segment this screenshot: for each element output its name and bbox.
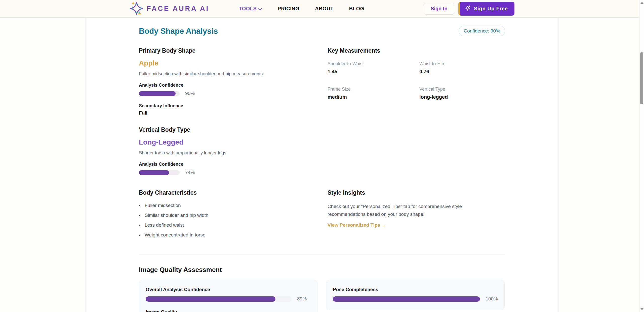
progress-fill [139, 91, 176, 96]
confidence-badge: Confidence: 90% [459, 26, 505, 36]
progress-track [139, 91, 180, 96]
primary-shape-value: Apple [139, 59, 316, 67]
secondary-influence-label: Secondary Influence [139, 103, 316, 109]
measurement-cell: Waist-to-Hip 0.76 [419, 61, 505, 75]
results-panel: Body Shape Analysis Confidence: 90% Prim… [86, 18, 558, 312]
body-characteristics-heading: Body Characteristics [139, 189, 316, 196]
measurement-value: 0.76 [419, 69, 505, 75]
measurement-label: Vertical Type [419, 87, 505, 92]
vertical-type-description: Shorter torso with proportionally longer… [139, 150, 316, 156]
primary-body-shape-section: Primary Body Shape Apple Fuller midsecti… [139, 47, 316, 175]
vertical-type-value: Long-Legged [139, 138, 316, 146]
body-characteristics-section: Body Characteristics •Fuller midsection … [139, 189, 316, 242]
measurement-value: long-legged [419, 94, 505, 100]
bullet-icon: • [139, 203, 140, 208]
progress-fill [139, 170, 169, 175]
page-title: Body Shape Analysis [139, 27, 218, 36]
primary-confidence-bar: 90% [139, 91, 316, 96]
characteristic-item: •Fuller midsection [139, 203, 316, 208]
measurement-value: 1.45 [328, 69, 419, 75]
vertical-type-heading: Vertical Body Type [139, 126, 316, 133]
progress-fill [146, 296, 275, 302]
characteristic-item: •Less defined waist [139, 222, 316, 228]
section-divider [139, 255, 505, 255]
progress-track [139, 170, 180, 175]
brand-logo[interactable]: FACE AURA AI [130, 1, 209, 16]
metric-block: Overall Analysis Confidence 89% [146, 287, 311, 302]
progress-track [333, 296, 480, 302]
primary-shape-description: Fuller midsection with similar shoulder … [139, 71, 316, 77]
style-insights-section: Style Insights Check out your "Personali… [328, 189, 505, 242]
primary-shape-heading: Primary Body Shape [139, 47, 316, 54]
measurement-value: medium [328, 94, 419, 100]
chevron-down-icon [258, 6, 262, 12]
progress-percent: 89% [297, 296, 307, 302]
progress-percent: 74% [185, 170, 195, 175]
auth-buttons: Sign In Sign Up Free [424, 2, 514, 16]
progress-fill [333, 296, 480, 302]
metric-block: Image Quality 88% [146, 309, 311, 312]
vertical-confidence-bar: 74% [139, 170, 316, 175]
view-personalized-tips-link[interactable]: View Personalized Tips → [328, 222, 386, 228]
characteristic-item: •Similar shoulder and hip width [139, 213, 316, 218]
header: FACE AURA AI TOOLS PRICING ABOUT BLOG Si… [0, 0, 644, 18]
characteristic-item: •Weight concentrated in torso [139, 232, 316, 238]
star-logo-icon [130, 1, 143, 16]
nav-blog[interactable]: BLOG [349, 6, 364, 12]
key-measurements-section: Key Measurements Shoulder-to-Waist 1.45 … [328, 47, 505, 175]
metric-label: Pose Completeness [333, 287, 498, 292]
measurement-label: Shoulder-to-Waist [328, 61, 419, 66]
measurement-label: Frame Size [328, 87, 419, 92]
progress-percent: 90% [185, 91, 195, 96]
measurement-cell: Vertical Type long-legged [419, 87, 505, 100]
progress-track [146, 296, 292, 302]
measurement-cell: Shoulder-to-Waist 1.45 [328, 61, 419, 75]
browser-scrollbar[interactable] [639, 0, 644, 312]
main-nav: TOOLS PRICING ABOUT BLOG [239, 6, 364, 12]
progress-percent: 100% [486, 296, 498, 302]
brand-name: FACE AURA AI [147, 5, 209, 13]
scrollbar-up-arrow-icon[interactable] [640, 2, 644, 4]
style-insights-heading: Style Insights [328, 189, 505, 196]
scrollbar-down-arrow-icon[interactable] [640, 308, 644, 310]
sign-in-button[interactable]: Sign In [424, 3, 454, 15]
analysis-confidence-label: Analysis Confidence [139, 83, 316, 88]
bullet-icon: • [139, 223, 140, 228]
measurement-cell: Frame Size medium [328, 87, 419, 100]
nav-about[interactable]: ABOUT [315, 6, 334, 12]
pose-completeness-card: Pose Completeness 100% [326, 280, 505, 310]
nav-tools[interactable]: TOOLS [239, 6, 262, 12]
image-quality-heading: Image Quality Assessment [139, 266, 505, 274]
scrollbar-thumb[interactable] [640, 52, 643, 104]
secondary-influence-value: Full [139, 110, 316, 116]
nav-pricing[interactable]: PRICING [277, 6, 299, 12]
measurement-label: Waist-to-Hip [419, 61, 505, 66]
style-insights-text: Check out your "Personalized Tips" tab f… [328, 203, 484, 218]
sign-up-button[interactable]: Sign Up Free [458, 2, 514, 16]
metric-block: Pose Completeness 100% [333, 287, 498, 302]
bullet-icon: • [139, 213, 140, 218]
quality-metrics-card: Overall Analysis Confidence 89% Image Qu… [139, 280, 317, 312]
metric-label: Overall Analysis Confidence [146, 287, 311, 292]
sparkle-icon [465, 5, 471, 12]
vertical-confidence-label: Analysis Confidence [139, 162, 316, 167]
bullet-icon: • [139, 233, 140, 238]
vertical-body-type-section: Vertical Body Type Long-Legged Shorter t… [139, 126, 316, 175]
metric-label: Image Quality [146, 309, 311, 312]
key-measurements-heading: Key Measurements [328, 47, 505, 54]
